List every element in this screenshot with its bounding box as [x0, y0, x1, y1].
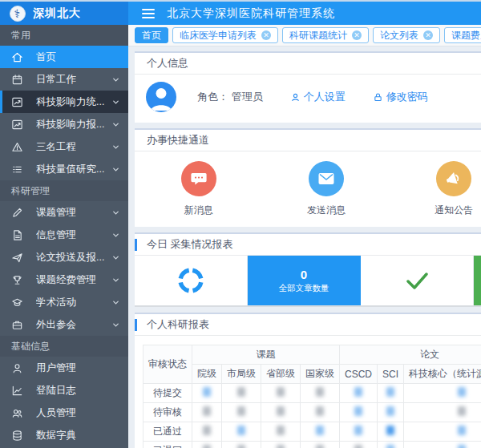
sidebar-item-label: 登陆日志	[36, 384, 76, 398]
blurred-count-cell[interactable]	[301, 422, 340, 442]
header-bar: 北京大学深圳医院科研管理系统	[128, 2, 481, 25]
sidebar-item-1-0[interactable]: 课题管理	[0, 201, 128, 224]
table-row: 已通过	[143, 422, 481, 442]
sidebar-item-label: 课题经费管理	[36, 273, 96, 287]
today-report-title: 今日 采集情况报表	[147, 237, 233, 252]
blurred-count-cell[interactable]	[404, 442, 481, 448]
blurred-count-cell[interactable]	[378, 403, 404, 422]
sidebar-item-0-0[interactable]: 首页	[0, 46, 128, 68]
quick-channel-item-0[interactable]: 新消息	[135, 161, 262, 217]
blurred-count-cell[interactable]	[404, 422, 481, 442]
blurred-count-cell[interactable]	[378, 422, 404, 442]
quick-channel-header: 办事快捷通道	[135, 130, 481, 151]
blurred-count-cell[interactable]	[301, 384, 340, 403]
row-label: 待审核	[143, 403, 192, 422]
article-count-stat-box[interactable]: 0 全部文章数量	[248, 256, 361, 305]
menu-toggle-icon[interactable]	[142, 6, 155, 21]
tab-close-icon[interactable]: ✕	[261, 30, 271, 40]
chevron-down-icon	[111, 231, 120, 240]
change-password-link[interactable]: 修改密码	[373, 90, 428, 104]
blurred-count-cell[interactable]	[222, 403, 261, 422]
today-report-card: 今日 采集情况报表 0 全部文章数量	[135, 232, 481, 307]
sidebar-item-1-4[interactable]: 学术活动	[0, 291, 128, 313]
sidebar-item-1-2[interactable]: 论文投送及报...	[0, 246, 128, 268]
blurred-count-cell[interactable]	[192, 384, 222, 403]
quick-channel-item-1[interactable]: 发送消息	[262, 161, 390, 217]
avatar[interactable]	[146, 82, 176, 112]
sidebar-item-label: 外出参会	[36, 318, 76, 332]
blurred-count-cell[interactable]	[261, 384, 301, 403]
tab-4[interactable]: 课题费用报表✕	[444, 27, 481, 43]
blurred-count-cell[interactable]	[340, 442, 378, 448]
sidebar-item-0-2[interactable]: 科技影响力统...	[0, 91, 128, 113]
quick-channel-card: 办事快捷通道 新消息发送消息通知公告	[135, 128, 481, 227]
database-icon	[11, 430, 23, 442]
sidebar-item-1-1[interactable]: 信息管理	[0, 224, 128, 246]
blurred-count-cell[interactable]	[404, 403, 481, 422]
stat-row: 0 全部文章数量	[135, 256, 481, 307]
blurred-count-cell[interactable]	[222, 384, 261, 403]
tab-0[interactable]: 首页	[135, 27, 168, 43]
sidebar-item-0-4[interactable]: 三名工程	[0, 135, 128, 158]
lock-icon	[373, 92, 383, 103]
header-accent-bar	[135, 239, 137, 251]
col-subheader: SCI	[378, 365, 404, 384]
blurred-count-cell[interactable]	[340, 422, 378, 442]
blurred-count-cell[interactable]	[192, 403, 222, 422]
app-header: ⚕ 深圳北大 北京大学深圳医院科研管理系统	[0, 0, 481, 25]
research-report-table: 审核状态课题论文院级市局级省部级国家级CSCDSCI科技核心（统计源）期刊待提交…	[143, 345, 481, 448]
blurred-count-cell[interactable]	[378, 384, 404, 403]
tab-close-icon[interactable]: ✕	[352, 30, 362, 40]
tab-1[interactable]: 临床医学申请列表✕	[172, 27, 278, 43]
col-group-header: 课题	[192, 345, 340, 365]
sidebar-item-1-5[interactable]: 外出参会	[0, 313, 128, 336]
sidebar-item-2-3[interactable]: 数据字典	[0, 424, 128, 446]
research-report-card: 个人科研报表 审核状态课题论文院级市局级省部级国家级CSCDSCI科技核心（统计…	[135, 313, 481, 448]
blurred-count-cell[interactable]	[301, 442, 340, 448]
sidebar-item-label: 首页	[36, 50, 56, 64]
sidebar-item-2-1[interactable]: 登陆日志	[0, 379, 128, 402]
blurred-count-cell[interactable]	[192, 422, 222, 442]
personal-info-header: 个人信息	[135, 53, 481, 75]
logo: ⚕ 深圳北大	[0, 2, 128, 25]
sidebar-item-0-1[interactable]: 日常工作	[0, 68, 128, 91]
person-avatar-icon	[146, 82, 176, 112]
row-label: 已退回	[143, 442, 192, 448]
blurred-count-cell[interactable]	[404, 384, 481, 403]
sidebar-item-2-2[interactable]: 人员管理	[0, 402, 128, 424]
blurred-count-cell[interactable]	[222, 442, 261, 448]
clipped-green-stat-box	[474, 256, 481, 305]
sidebar-item-0-5[interactable]: 科技量值研究...	[0, 158, 128, 180]
col-subheader: CSCD	[340, 365, 378, 384]
blurred-count-cell[interactable]	[261, 422, 301, 442]
sidebar-item-1-3[interactable]: 课题经费管理	[0, 268, 128, 291]
research-report-title: 个人科研报表	[147, 317, 209, 332]
blurred-count-cell[interactable]	[378, 442, 404, 448]
blurred-count-cell[interactable]	[222, 422, 261, 442]
tab-close-icon[interactable]: ✕	[423, 30, 433, 40]
logo-text: 深圳北大	[33, 6, 81, 21]
tab-3[interactable]: 论文列表✕	[373, 27, 440, 43]
personal-settings-link[interactable]: 个人设置	[290, 90, 346, 104]
tab-label: 论文列表	[380, 29, 418, 42]
tab-2[interactable]: 科研课题统计✕	[282, 27, 369, 43]
sidebar-item-label: 日常工作	[36, 73, 76, 87]
blurred-count-cell[interactable]	[261, 403, 301, 422]
table-row: 已退回	[143, 442, 481, 448]
role-text: 角色： 管理员	[197, 90, 263, 104]
blurred-count-cell[interactable]	[340, 384, 378, 403]
cap-icon	[11, 297, 23, 309]
blurred-count-cell[interactable]	[261, 442, 301, 448]
col-subheader: 省部级	[261, 365, 301, 384]
blurred-count-cell[interactable]	[192, 442, 222, 448]
users-icon	[11, 407, 23, 419]
personal-info-card: 个人信息 角色： 管理员	[135, 51, 481, 123]
mail-icon	[317, 170, 335, 188]
quick-channel-item-2[interactable]: 通知公告	[390, 161, 481, 217]
sidebar-item-0-3[interactable]: 科技影响力报...	[0, 113, 128, 135]
blurred-count-cell[interactable]	[301, 403, 340, 422]
col-subheader: 科技核心（统计源）期刊	[404, 365, 481, 384]
sidebar-item-label: 科技量值研究...	[36, 163, 104, 176]
blurred-count-cell[interactable]	[340, 403, 378, 422]
sidebar-item-2-0[interactable]: 用户管理	[0, 357, 128, 379]
